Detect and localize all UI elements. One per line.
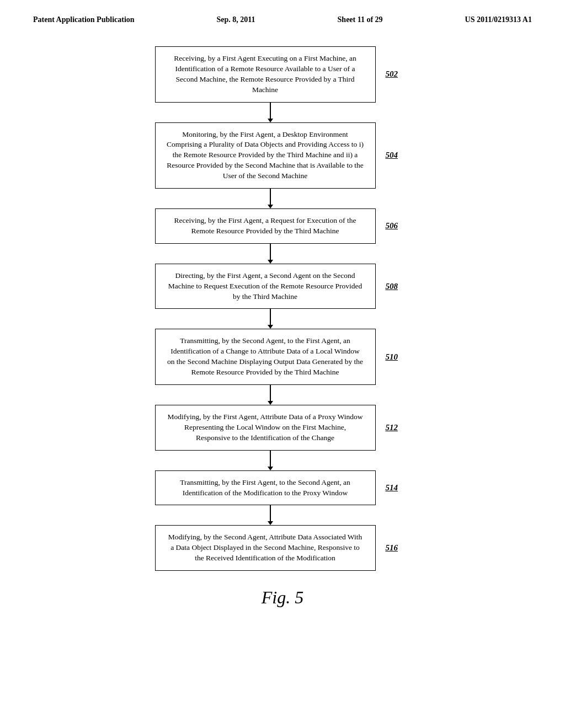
arrow-head-2 bbox=[268, 205, 273, 208]
flow-box-502: Receiving, by a First Agent Executing on… bbox=[155, 46, 376, 103]
flow-box-516: Modifying, by the Second Agent, Attribut… bbox=[155, 525, 376, 571]
arrow-head-4 bbox=[268, 325, 273, 329]
arrow-head-7 bbox=[268, 521, 273, 525]
arrow-container-1 bbox=[160, 103, 381, 122]
arrow-4 bbox=[117, 309, 448, 329]
arrow-container-5 bbox=[160, 385, 381, 405]
flow-label-502: 502 bbox=[386, 69, 411, 79]
flow-row-516: Modifying, by the Second Agent, Attribut… bbox=[117, 525, 448, 571]
arrow-container-7 bbox=[160, 505, 381, 525]
arrow-3 bbox=[117, 244, 448, 264]
sheet-label: Sheet 11 of 29 bbox=[338, 15, 383, 24]
arrow-container-2 bbox=[160, 189, 381, 208]
arrow-container-4 bbox=[160, 309, 381, 329]
arrow-line-6 bbox=[270, 451, 271, 467]
flowchart: Receiving, by a First Agent Executing on… bbox=[117, 46, 448, 608]
flow-row-510: Transmitting, by the Second Agent, to th… bbox=[117, 329, 448, 385]
arrow-line-7 bbox=[270, 505, 271, 521]
figure-caption: Fig. 5 bbox=[262, 587, 303, 608]
arrow-line-3 bbox=[270, 244, 271, 260]
arrow-2 bbox=[117, 189, 448, 208]
flow-label-508: 508 bbox=[386, 282, 411, 291]
arrow-head-3 bbox=[268, 260, 273, 264]
flow-label-510: 510 bbox=[386, 352, 411, 362]
flow-row-508: Directing, by the First Agent, a Second … bbox=[117, 264, 448, 309]
flow-box-514: Transmitting, by the First Agent, to the… bbox=[155, 470, 376, 506]
flow-box-506: Receiving, by the First Agent, a Request… bbox=[155, 208, 376, 244]
flow-label-512: 512 bbox=[386, 423, 411, 432]
flow-row-504: Monitoring, by the First Agent, a Deskto… bbox=[117, 122, 448, 189]
publication-label: Patent Application Publication bbox=[33, 15, 135, 24]
arrow-container-3 bbox=[160, 244, 381, 264]
patent-number-label: US 2011/0219313 A1 bbox=[465, 15, 532, 24]
arrow-5 bbox=[117, 385, 448, 405]
arrow-line-5 bbox=[270, 385, 271, 401]
date-label: Sep. 8, 2011 bbox=[217, 15, 255, 24]
main-content: Receiving, by a First Agent Executing on… bbox=[0, 30, 565, 630]
flow-row-512: Modifying, by the First Agent, Attribute… bbox=[117, 405, 448, 451]
arrow-1 bbox=[117, 103, 448, 122]
flow-label-504: 504 bbox=[386, 151, 411, 160]
arrow-line-2 bbox=[270, 189, 271, 205]
arrow-head-6 bbox=[268, 467, 273, 470]
arrow-7 bbox=[117, 505, 448, 525]
page-header: Patent Application Publication Sep. 8, 2… bbox=[0, 0, 565, 30]
arrow-line-4 bbox=[270, 309, 271, 325]
arrow-head-1 bbox=[268, 119, 273, 122]
arrow-head-5 bbox=[268, 401, 273, 405]
flow-box-510: Transmitting, by the Second Agent, to th… bbox=[155, 329, 376, 385]
flow-box-504: Monitoring, by the First Agent, a Deskto… bbox=[155, 122, 376, 189]
flow-label-516: 516 bbox=[386, 543, 411, 553]
flow-box-508: Directing, by the First Agent, a Second … bbox=[155, 264, 376, 309]
flow-row-506: Receiving, by the First Agent, a Request… bbox=[117, 208, 448, 244]
flow-label-514: 514 bbox=[386, 483, 411, 493]
flow-box-512: Modifying, by the First Agent, Attribute… bbox=[155, 405, 376, 451]
flow-row-514: Transmitting, by the First Agent, to the… bbox=[117, 470, 448, 506]
arrow-line-1 bbox=[270, 103, 271, 119]
flow-label-506: 506 bbox=[386, 221, 411, 231]
flow-row-502: Receiving, by a First Agent Executing on… bbox=[117, 46, 448, 103]
arrow-container-6 bbox=[160, 451, 381, 470]
arrow-6 bbox=[117, 451, 448, 470]
